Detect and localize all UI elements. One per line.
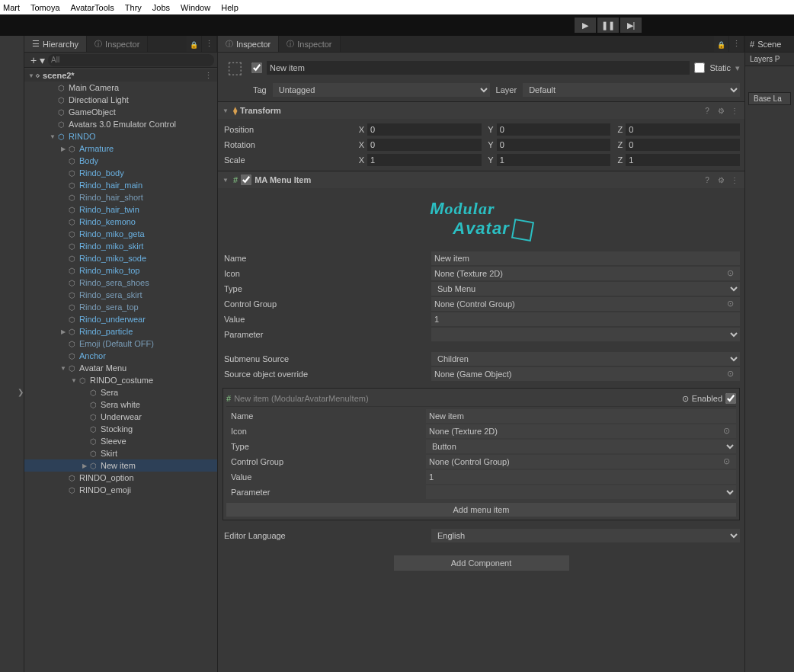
object-picker-icon[interactable]: ⊙ [682, 394, 689, 404]
pause-button[interactable]: ❚❚ [597, 18, 619, 33]
nested-controlgroup-field[interactable]: None (Control Group)⊙ [426, 455, 736, 469]
tree-row[interactable]: Underwear [24, 411, 217, 423]
presets-icon[interactable] [716, 107, 726, 115]
help-icon[interactable]: ? [702, 176, 712, 184]
hierarchy-search-input[interactable] [48, 54, 214, 66]
foldout-icon[interactable]: ▼ [223, 107, 230, 114]
expand-icon[interactable]: ❯ [18, 388, 24, 396]
tree-row[interactable]: ▼RINDO_costume [24, 374, 217, 386]
context-menu-icon[interactable] [729, 176, 740, 184]
scale-x-input[interactable] [367, 154, 482, 166]
play-button[interactable]: ▶ [575, 18, 596, 33]
nested-icon-field[interactable]: None (Texture 2D)⊙ [426, 424, 736, 438]
menu-avatartools[interactable]: AvatarTools [71, 3, 114, 12]
component-enabled-checkbox[interactable] [241, 174, 251, 185]
tree-row[interactable]: ▶Rindo_particle [24, 325, 217, 338]
tree-row[interactable]: Rindo_miko_skirt [24, 240, 217, 252]
layer-dropdown[interactable]: Default [523, 83, 740, 97]
menu-help[interactable]: Help [221, 3, 239, 12]
nested-type-dropdown[interactable]: Button [426, 440, 736, 453]
rotation-z-input[interactable] [626, 139, 740, 151]
tag-dropdown[interactable]: Untagged [273, 83, 490, 97]
tree-row[interactable]: Rindo_miko_sode [24, 252, 217, 264]
presets-icon[interactable] [716, 176, 726, 184]
tree-row[interactable]: ▼Avatar Menu [24, 362, 217, 374]
ma-name-input[interactable] [431, 251, 740, 265]
tree-row[interactable]: Body [24, 155, 217, 167]
create-button[interactable]: + ▾ [27, 54, 48, 66]
tree-row[interactable]: Anchor [24, 350, 217, 362]
tree-row[interactable]: Rindo_sera_skirt [24, 289, 217, 301]
tree-row[interactable]: Skirt [24, 447, 217, 459]
menubar[interactable]: Mart Tomoya AvatarTools Thry Jobs Window… [0, 0, 794, 14]
menu-window[interactable]: Window [181, 3, 210, 12]
tree-row[interactable]: Sera [24, 386, 217, 398]
position-x-input[interactable] [367, 123, 482, 136]
tree-row[interactable]: Rindo_sera_shoes [24, 277, 217, 289]
ma-type-dropdown[interactable]: Sub Menu [431, 282, 740, 296]
position-z-input[interactable] [626, 123, 740, 136]
layers-dropdown[interactable]: Layers [750, 55, 773, 63]
tree-row[interactable]: Rindo_miko_top [24, 264, 217, 277]
tree-row[interactable]: Stocking [24, 423, 217, 435]
menu-thry[interactable]: Thry [125, 3, 142, 12]
tree-row[interactable]: Rindo_kemono [24, 216, 217, 228]
rotation-y-input[interactable] [497, 139, 611, 151]
dots-icon[interactable] [732, 39, 741, 49]
ma-source-override-field[interactable]: None (Game Object)⊙ [431, 367, 740, 381]
static-checkbox[interactable] [694, 62, 705, 73]
add-component-button[interactable]: Add Component [394, 555, 569, 571]
lock-icon[interactable] [717, 40, 725, 49]
nested-enabled-checkbox[interactable] [725, 393, 736, 404]
tree-row[interactable]: Rindo_sera_top [24, 301, 217, 313]
step-button[interactable]: ▶| [620, 18, 642, 33]
ma-icon-field[interactable]: None (Texture 2D)⊙ [431, 267, 740, 280]
tree-row[interactable]: Emoji (Default OFF) [24, 338, 217, 350]
tree-row[interactable]: GameObject [24, 106, 217, 118]
ma-controlgroup-field[interactable]: None (Control Group)⊙ [431, 297, 740, 311]
editor-language-dropdown[interactable]: English [431, 529, 740, 542]
context-menu-icon[interactable] [729, 107, 740, 115]
menu-jobs[interactable]: Jobs [152, 3, 170, 12]
tree-row[interactable]: ▶New item [24, 459, 217, 472]
lock-panel[interactable] [187, 36, 202, 52]
tab-inspector-left[interactable]: Inspector [87, 36, 148, 52]
tree-row[interactable]: Rindo_miko_geta [24, 228, 217, 240]
panel-menu[interactable] [202, 36, 217, 52]
add-menu-item-button[interactable]: Add menu item [226, 503, 736, 517]
ma-parameter-dropdown[interactable] [431, 328, 740, 341]
nested-parameter-dropdown[interactable] [426, 485, 736, 499]
tab-inspector-2[interactable]: Inspector [279, 36, 340, 52]
tab-scene[interactable]: #Scene [745, 36, 794, 53]
help-icon[interactable]: ? [702, 107, 712, 115]
menu-mart[interactable]: Mart [3, 3, 20, 12]
tree-row[interactable]: Sera white [24, 398, 217, 411]
tree-row[interactable]: Rindo_underwear [24, 313, 217, 325]
tree-row[interactable]: ▶Armature [24, 142, 217, 155]
tab-hierarchy[interactable]: ☰Hierarchy [24, 36, 87, 52]
rotation-x-input[interactable] [367, 139, 482, 151]
scale-y-input[interactable] [497, 154, 611, 166]
ma-value-input[interactable] [431, 312, 740, 326]
tree-row[interactable]: Rindo_hair_twin [24, 203, 217, 216]
gameobject-name-input[interactable] [267, 61, 690, 75]
tree-row[interactable]: Rindo_hair_main [24, 179, 217, 191]
tree-row[interactable]: Avatars 3.0 Emulator Control [24, 118, 217, 130]
nested-name-input[interactable] [426, 409, 736, 423]
scale-z-input[interactable] [626, 154, 740, 166]
tree-row[interactable]: Rindo_body [24, 167, 217, 179]
dots-icon[interactable] [204, 71, 217, 81]
menu-tomoya[interactable]: Tomoya [30, 3, 60, 12]
gameobject-active-checkbox[interactable] [251, 62, 262, 73]
tree-row[interactable]: RINDO_emoji [24, 484, 217, 496]
nested-value-input[interactable] [426, 470, 736, 484]
base-layer-label[interactable]: Base La [748, 92, 791, 105]
position-y-input[interactable] [497, 123, 611, 136]
hierarchy-tree[interactable]: ▼⋄ scene2* Main CameraDirectional LightG… [24, 68, 217, 672]
tree-row[interactable]: Sleeve [24, 435, 217, 447]
tree-row[interactable]: Directional Light [24, 94, 217, 106]
ma-submenu-source-dropdown[interactable]: Children [431, 352, 740, 366]
scene-row[interactable]: ▼⋄ scene2* [24, 69, 217, 82]
tree-row[interactable]: RINDO_option [24, 472, 217, 484]
foldout-icon[interactable]: ▼ [223, 177, 230, 184]
